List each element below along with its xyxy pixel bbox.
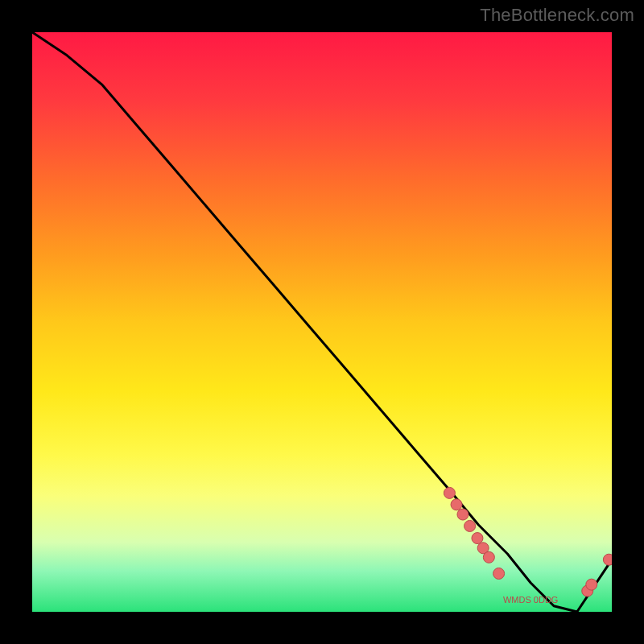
attribution-label: TheBottleneck.com: [480, 5, 634, 26]
data-marker: [444, 487, 455, 498]
data-marker: [586, 579, 597, 590]
data-marker: [451, 499, 462, 510]
data-marker: [464, 520, 476, 531]
chart-stage: TheBottleneck.com WMDS 0DDG: [0, 0, 644, 644]
chart-svg: WMDS 0DDG: [32, 32, 612, 612]
series-line: [32, 32, 612, 612]
data-marker: [493, 568, 505, 579]
data-marker: [457, 509, 469, 520]
valley-label: WMDS 0DDG: [503, 595, 558, 605]
data-marker: [603, 554, 612, 565]
plot-area: WMDS 0DDG: [32, 32, 612, 612]
data-marker: [472, 533, 483, 544]
data-marker: [483, 551, 494, 563]
